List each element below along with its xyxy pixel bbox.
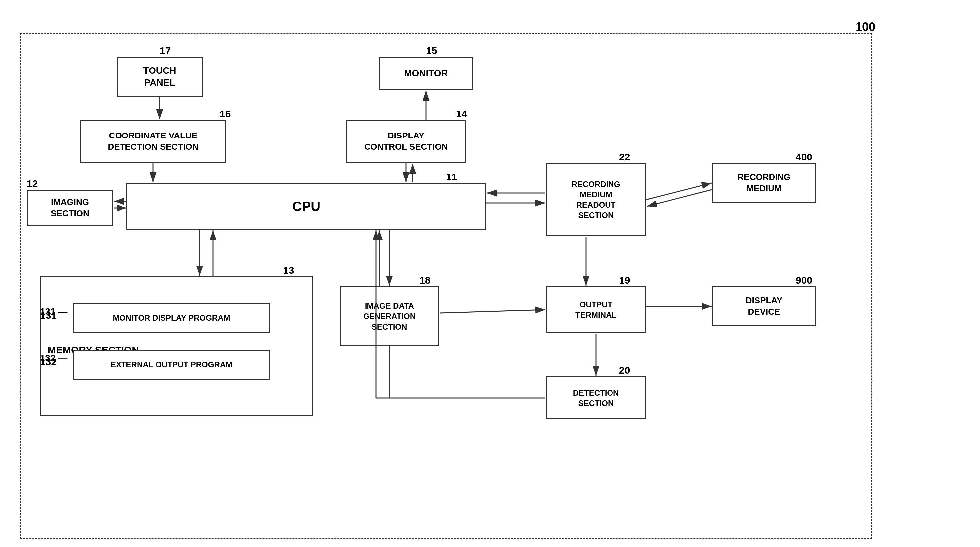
imaging-block: IMAGINGSECTION: [27, 190, 113, 226]
monitor-prog-block: MONITOR DISPLAY PROGRAM: [73, 303, 270, 333]
ref-20: 20: [619, 364, 630, 376]
ref-900: 900: [795, 275, 812, 286]
display-device-block: DISPLAYDEVICE: [712, 286, 816, 326]
cpu-block: CPU: [126, 183, 486, 230]
coord-detect-block: COORDINATE VALUEDETECTION SECTION: [80, 120, 226, 163]
ref-11: 11: [446, 172, 457, 183]
ref-15: 15: [426, 45, 437, 56]
ref-13: 13: [283, 265, 294, 276]
ref-17: 17: [160, 45, 171, 56]
monitor-block: MONITOR: [380, 57, 473, 90]
rec-readout-block: RECORDINGMEDIUMREADOUTSECTION: [546, 163, 646, 236]
ext-output-prog-block: EXTERNAL OUTPUT PROGRAM: [73, 350, 270, 380]
ref-18: 18: [419, 275, 430, 286]
ref-400: 400: [795, 151, 812, 163]
ref-12: 12: [27, 178, 38, 189]
ref-16: 16: [220, 108, 231, 119]
ref-14: 14: [456, 108, 467, 119]
image-data-gen-block: IMAGE DATAGENERATIONSECTION: [339, 286, 439, 346]
ref-22: 22: [619, 151, 630, 163]
recording-medium-block: RECORDINGMEDIUM: [712, 163, 816, 203]
ref-19: 19: [619, 275, 630, 286]
output-terminal-block: OUTPUTTERMINAL: [546, 286, 646, 333]
ref-100: 100: [856, 20, 875, 34]
diagram-container: 100 TOUCHPANEL 17 MONITOR 15 COORDINATE …: [13, 13, 967, 534]
memory-block: MEMORY SECTION: [40, 276, 313, 416]
display-control-block: DISPLAYCONTROL SECTION: [346, 120, 466, 163]
touch-panel-block: TOUCHPANEL: [116, 57, 203, 97]
ref-132-label: 132 —: [40, 353, 68, 364]
ref-131-label: 131 —: [40, 306, 68, 317]
detection-block: DETECTIONSECTION: [546, 376, 646, 420]
